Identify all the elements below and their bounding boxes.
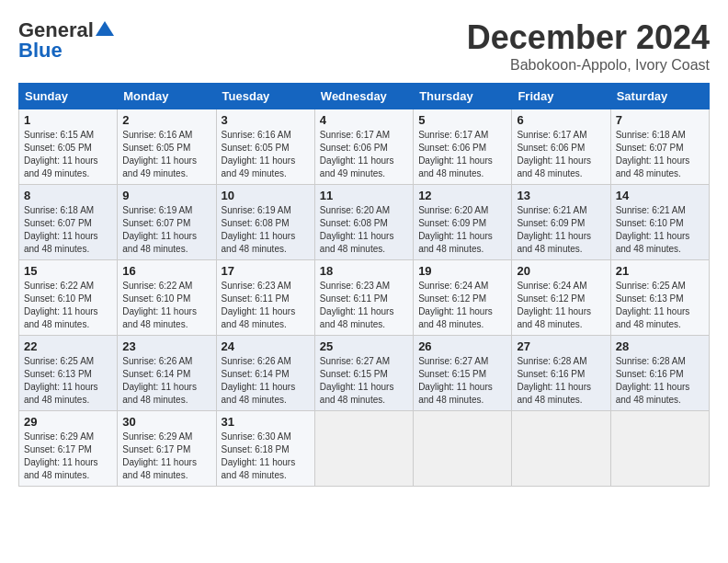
day-number: 23 — [122, 339, 210, 353]
svg-marker-0 — [96, 21, 114, 36]
day-number: 11 — [320, 189, 408, 202]
table-row: 15Sunrise: 6:22 AM Sunset: 6:10 PM Dayli… — [19, 260, 118, 336]
day-number: 19 — [418, 264, 506, 278]
day-number: 14 — [616, 189, 704, 202]
month-title: December 2024 — [467, 18, 710, 57]
day-number: 15 — [24, 264, 112, 278]
day-info: Sunrise: 6:17 AM Sunset: 6:06 PM Dayligh… — [517, 129, 605, 180]
day-info: Sunrise: 6:30 AM Sunset: 6:18 PM Dayligh… — [222, 431, 310, 482]
col-sunday: Sunday — [19, 84, 118, 109]
day-info: Sunrise: 6:25 AM Sunset: 6:13 PM Dayligh… — [24, 355, 112, 407]
col-saturday: Saturday — [610, 84, 709, 109]
table-row: 6Sunrise: 6:17 AM Sunset: 6:06 PM Daylig… — [512, 109, 610, 185]
table-row: 25Sunrise: 6:27 AM Sunset: 6:15 PM Dayli… — [314, 336, 413, 411]
table-row: 12Sunrise: 6:20 AM Sunset: 6:09 PM Dayli… — [414, 185, 512, 260]
table-row: 8Sunrise: 6:18 AM Sunset: 6:07 PM Daylig… — [19, 185, 118, 260]
day-info: Sunrise: 6:20 AM Sunset: 6:08 PM Dayligh… — [320, 204, 408, 256]
day-number: 8 — [24, 189, 112, 202]
logo-blue: Blue — [18, 39, 63, 63]
day-info: Sunrise: 6:17 AM Sunset: 6:06 PM Dayligh… — [418, 129, 506, 180]
table-row: 11Sunrise: 6:20 AM Sunset: 6:08 PM Dayli… — [314, 185, 413, 260]
table-row: 21Sunrise: 6:25 AM Sunset: 6:13 PM Dayli… — [610, 260, 709, 336]
title-area: December 2024 Babokoon-Appolo, Ivory Coa… — [467, 18, 710, 74]
day-info: Sunrise: 6:28 AM Sunset: 6:16 PM Dayligh… — [517, 355, 605, 407]
logo: General Blue — [18, 18, 114, 63]
day-info: Sunrise: 6:17 AM Sunset: 6:06 PM Dayligh… — [320, 129, 408, 180]
col-thursday: Thursday — [414, 84, 512, 109]
table-row: 22Sunrise: 6:25 AM Sunset: 6:13 PM Dayli… — [19, 336, 118, 411]
table-row: 9Sunrise: 6:19 AM Sunset: 6:07 PM Daylig… — [118, 185, 216, 260]
table-row: 27Sunrise: 6:28 AM Sunset: 6:16 PM Dayli… — [512, 336, 610, 411]
day-info: Sunrise: 6:25 AM Sunset: 6:13 PM Dayligh… — [616, 280, 704, 331]
table-row — [414, 411, 512, 487]
day-info: Sunrise: 6:29 AM Sunset: 6:17 PM Dayligh… — [122, 431, 210, 482]
day-info: Sunrise: 6:21 AM Sunset: 6:10 PM Dayligh… — [616, 204, 704, 256]
day-number: 7 — [616, 113, 704, 127]
day-info: Sunrise: 6:16 AM Sunset: 6:05 PM Dayligh… — [122, 129, 210, 180]
table-row: 7Sunrise: 6:18 AM Sunset: 6:07 PM Daylig… — [610, 109, 709, 185]
table-row: 16Sunrise: 6:22 AM Sunset: 6:10 PM Dayli… — [118, 260, 216, 336]
day-info: Sunrise: 6:22 AM Sunset: 6:10 PM Dayligh… — [122, 280, 210, 331]
table-row: 19Sunrise: 6:24 AM Sunset: 6:12 PM Dayli… — [414, 260, 512, 336]
day-info: Sunrise: 6:18 AM Sunset: 6:07 PM Dayligh… — [616, 129, 704, 180]
calendar-week-row: 1Sunrise: 6:15 AM Sunset: 6:05 PM Daylig… — [19, 109, 710, 185]
table-row: 14Sunrise: 6:21 AM Sunset: 6:10 PM Dayli… — [610, 185, 709, 260]
calendar-table: Sunday Monday Tuesday Wednesday Thursday… — [18, 83, 710, 487]
day-number: 18 — [320, 264, 408, 278]
day-number: 1 — [24, 113, 112, 127]
table-row — [610, 411, 709, 487]
table-row: 4Sunrise: 6:17 AM Sunset: 6:06 PM Daylig… — [314, 109, 413, 185]
day-number: 16 — [122, 264, 210, 278]
table-row: 10Sunrise: 6:19 AM Sunset: 6:08 PM Dayli… — [216, 185, 314, 260]
day-number: 30 — [122, 415, 210, 429]
table-row: 20Sunrise: 6:24 AM Sunset: 6:12 PM Dayli… — [512, 260, 610, 336]
day-number: 21 — [616, 264, 704, 278]
table-row: 18Sunrise: 6:23 AM Sunset: 6:11 PM Dayli… — [314, 260, 413, 336]
table-row — [512, 411, 610, 487]
day-info: Sunrise: 6:19 AM Sunset: 6:07 PM Dayligh… — [122, 204, 210, 256]
header: General Blue December 2024 Babokoon-Appo… — [18, 18, 710, 74]
day-number: 22 — [24, 339, 112, 353]
day-info: Sunrise: 6:19 AM Sunset: 6:08 PM Dayligh… — [222, 204, 310, 256]
day-number: 5 — [418, 113, 506, 127]
day-info: Sunrise: 6:23 AM Sunset: 6:11 PM Dayligh… — [320, 280, 408, 331]
day-number: 27 — [517, 339, 605, 353]
day-info: Sunrise: 6:26 AM Sunset: 6:14 PM Dayligh… — [222, 355, 310, 407]
logo-icon — [96, 21, 114, 36]
day-number: 6 — [517, 113, 605, 127]
day-number: 25 — [320, 339, 408, 353]
day-info: Sunrise: 6:18 AM Sunset: 6:07 PM Dayligh… — [24, 204, 112, 256]
day-info: Sunrise: 6:20 AM Sunset: 6:09 PM Dayligh… — [418, 204, 506, 256]
day-info: Sunrise: 6:15 AM Sunset: 6:05 PM Dayligh… — [24, 129, 112, 180]
day-number: 26 — [418, 339, 506, 353]
table-row: 1Sunrise: 6:15 AM Sunset: 6:05 PM Daylig… — [19, 109, 118, 185]
calendar-week-row: 15Sunrise: 6:22 AM Sunset: 6:10 PM Dayli… — [19, 260, 710, 336]
table-row: 3Sunrise: 6:16 AM Sunset: 6:05 PM Daylig… — [216, 109, 314, 185]
table-row: 28Sunrise: 6:28 AM Sunset: 6:16 PM Dayli… — [610, 336, 709, 411]
day-info: Sunrise: 6:16 AM Sunset: 6:05 PM Dayligh… — [222, 129, 310, 180]
table-row: 30Sunrise: 6:29 AM Sunset: 6:17 PM Dayli… — [118, 411, 216, 487]
day-number: 2 — [122, 113, 210, 127]
table-row: 24Sunrise: 6:26 AM Sunset: 6:14 PM Dayli… — [216, 336, 314, 411]
day-info: Sunrise: 6:23 AM Sunset: 6:11 PM Dayligh… — [222, 280, 310, 331]
day-number: 31 — [222, 415, 310, 429]
table-row: 2Sunrise: 6:16 AM Sunset: 6:05 PM Daylig… — [118, 109, 216, 185]
col-wednesday: Wednesday — [314, 84, 413, 109]
table-row: 26Sunrise: 6:27 AM Sunset: 6:15 PM Dayli… — [414, 336, 512, 411]
day-info: Sunrise: 6:27 AM Sunset: 6:15 PM Dayligh… — [320, 355, 408, 407]
col-tuesday: Tuesday — [216, 84, 314, 109]
day-number: 29 — [24, 415, 112, 429]
day-info: Sunrise: 6:24 AM Sunset: 6:12 PM Dayligh… — [418, 280, 506, 331]
table-row: 13Sunrise: 6:21 AM Sunset: 6:09 PM Dayli… — [512, 185, 610, 260]
subtitle: Babokoon-Appolo, Ivory Coast — [467, 57, 710, 74]
col-monday: Monday — [118, 84, 216, 109]
day-number: 9 — [122, 189, 210, 202]
calendar-week-row: 29Sunrise: 6:29 AM Sunset: 6:17 PM Dayli… — [19, 411, 710, 487]
day-number: 4 — [320, 113, 408, 127]
calendar-header-row: Sunday Monday Tuesday Wednesday Thursday… — [19, 84, 710, 109]
table-row — [314, 411, 413, 487]
day-number: 17 — [222, 264, 310, 278]
day-number: 12 — [418, 189, 506, 202]
day-number: 10 — [222, 189, 310, 202]
day-info: Sunrise: 6:28 AM Sunset: 6:16 PM Dayligh… — [616, 355, 704, 407]
